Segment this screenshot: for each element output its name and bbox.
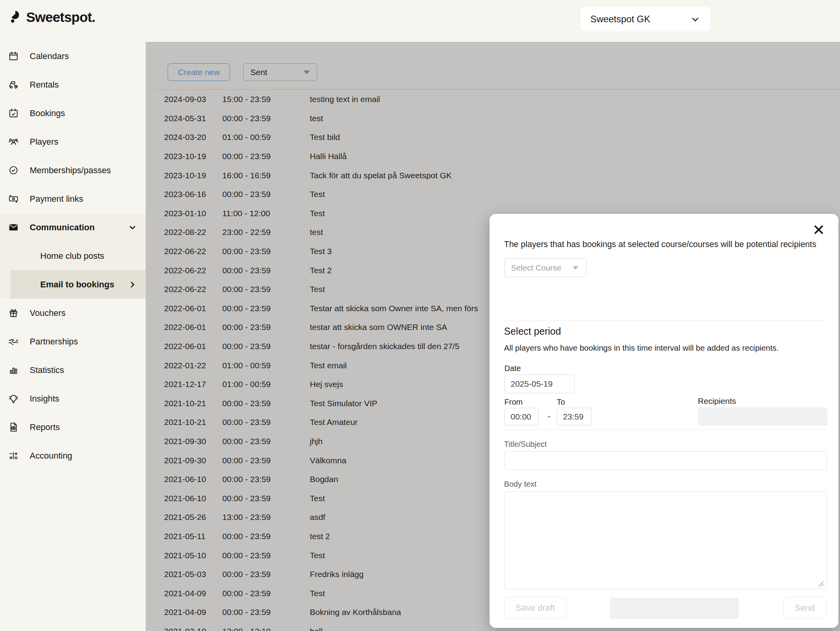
sidebar-item-label: Insights — [30, 394, 138, 404]
sidebar-item-vouchers[interactable]: Vouchers — [0, 299, 146, 327]
recipients-label: Recipients — [698, 396, 736, 406]
email-subject: Test bild — [310, 133, 840, 142]
chevron-right-icon — [127, 280, 138, 290]
handshake-icon — [8, 336, 19, 347]
email-time: 00:00 - 23:59 — [222, 266, 310, 275]
email-subject: testing text in email — [310, 95, 840, 104]
sidebar-item-communication[interactable]: Communication — [0, 213, 146, 242]
from-time-input[interactable] — [504, 408, 539, 425]
email-time: 13:00 - 23:59 — [222, 513, 310, 522]
golf-cart-icon — [8, 79, 19, 90]
chevron-down-icon — [690, 14, 701, 25]
date-input[interactable] — [504, 375, 575, 393]
sidebar-item-label: Payment links — [30, 194, 138, 204]
email-subject: Test — [310, 190, 840, 199]
email-date: 2021-09-30 — [164, 456, 222, 465]
lightbulb-icon — [8, 393, 19, 404]
email-date: 2021-04-09 — [164, 589, 222, 598]
email-row[interactable]: 2023-10-1916:00 - 16:59Tack för att du s… — [154, 166, 840, 185]
sidebar-item-payment-links[interactable]: Payment links — [0, 185, 146, 213]
sidebar-item-reports[interactable]: Reports — [0, 413, 146, 441]
calculator-icon — [8, 450, 19, 461]
create-new-button[interactable]: Create new — [168, 63, 230, 81]
email-date: 2021-05-03 — [164, 570, 222, 579]
recipients-field — [698, 407, 827, 426]
modal-intro-text: The players that has bookings at selecte… — [504, 240, 817, 249]
close-button[interactable] — [811, 223, 826, 237]
email-time: 00:00 - 23:59 — [222, 608, 310, 617]
email-time: 01:00 - 00:59 — [222, 361, 310, 370]
sidebar-item-email-to-bookings[interactable]: Email to bookings — [11, 270, 146, 299]
email-date: 2021-05-26 — [164, 513, 222, 522]
body-textarea[interactable] — [504, 491, 827, 589]
sidebar-item-calendars[interactable]: Calendars — [0, 42, 146, 70]
email-time: 00:00 - 23:59 — [222, 304, 310, 313]
sidebar-item-statistics[interactable]: Statistics — [0, 356, 146, 384]
email-date: 2022-06-01 — [164, 342, 222, 351]
email-row[interactable]: 2024-09-0315:00 - 23:59testing text in e… — [154, 90, 840, 109]
brand-logo-text: Sweetspot. — [26, 9, 95, 25]
email-date: 2021-03-10 — [164, 627, 222, 631]
calendar-check-icon — [8, 108, 19, 119]
email-time: 01:00 - 00:59 — [222, 380, 310, 389]
email-date: 2022-06-22 — [164, 285, 222, 294]
sidebar: CalendarsRentalsBookingsPlayersMembershi… — [0, 42, 146, 631]
sidebar-item-memberships-passes[interactable]: Memberships/passes — [0, 156, 146, 185]
email-date: 2024-05-31 — [164, 114, 222, 123]
status-filter-select[interactable]: Sent — [243, 63, 317, 81]
email-row[interactable]: 2024-03-2001:00 - 00:59Test bild — [154, 128, 840, 147]
email-time: 01:00 - 00:59 — [222, 133, 310, 142]
sidebar-item-label: Communication — [30, 222, 116, 233]
club-selector[interactable]: Sweetspot GK — [580, 7, 711, 32]
sidebar-item-label: Memberships/passes — [30, 165, 138, 176]
sidebar-item-rentals[interactable]: Rentals — [0, 70, 146, 99]
from-label: From — [504, 398, 523, 407]
sidebar-item-home-club-posts[interactable]: Home club posts — [11, 242, 146, 270]
email-time: 16:00 - 16:59 — [222, 171, 310, 180]
course-select[interactable]: Select Course — [504, 258, 586, 277]
email-time: 00:00 - 23:59 — [222, 323, 310, 332]
caret-down-icon — [573, 266, 578, 270]
email-row[interactable]: 2023-10-1900:00 - 23:59Halli Hallå — [154, 147, 840, 166]
caret-down-icon — [304, 70, 310, 74]
club-selector-value: Sweetspot GK — [590, 14, 690, 25]
save-draft-button[interactable]: Save draft — [504, 597, 566, 619]
sidebar-item-label: Calendars — [30, 51, 138, 61]
email-row[interactable]: 2024-05-3100:00 - 23:59test — [154, 109, 840, 128]
email-time: 00:00 - 23:59 — [222, 475, 310, 484]
sidebar-item-bookings[interactable]: Bookings — [0, 99, 146, 127]
email-date: 2023-01-10 — [164, 209, 222, 218]
email-time: 00:00 - 23:59 — [222, 152, 310, 161]
email-time: 00:00 - 23:59 — [222, 456, 310, 465]
sidebar-item-label: Players — [30, 137, 138, 147]
email-time: 00:00 - 23:59 — [222, 399, 310, 408]
email-subject: Tack för att du spelat på Sweetspot GK — [310, 171, 840, 180]
sidebar-item-players[interactable]: Players — [0, 127, 146, 156]
sidebar-item-partnerships[interactable]: Partnerships — [0, 327, 146, 356]
time-range-separator: - — [544, 408, 554, 425]
email-date: 2022-06-22 — [164, 266, 222, 275]
date-label: Date — [504, 364, 521, 373]
email-subject: test — [310, 114, 840, 123]
sidebar-item-accounting[interactable]: Accounting — [0, 441, 146, 470]
sidebar-item-label: Email to bookings — [40, 280, 127, 290]
payment-icon — [8, 194, 19, 204]
gift-icon — [8, 308, 19, 319]
body-text-label: Body text — [504, 480, 536, 489]
email-time: 00:00 - 23:59 — [222, 494, 310, 503]
email-date: 2022-06-01 — [164, 323, 222, 332]
to-time-input[interactable] — [557, 408, 592, 425]
sidebar-item-insights[interactable]: Insights — [0, 384, 146, 413]
sidebar-item-label: Bookings — [30, 108, 138, 118]
email-row[interactable]: 2023-06-1600:00 - 23:59Test — [154, 185, 840, 204]
email-date: 2022-06-22 — [164, 247, 222, 256]
email-date: 2021-09-30 — [164, 437, 222, 446]
status-filter-value: Sent — [250, 68, 267, 77]
email-time: 15:00 - 23:59 — [222, 95, 310, 104]
email-time: 00:00 - 23:59 — [222, 247, 310, 256]
email-date: 2023-10-19 — [164, 171, 222, 180]
email-date: 2021-04-09 — [164, 608, 222, 617]
email-time: 00:00 - 23:59 — [222, 285, 310, 294]
send-button[interactable]: Send — [783, 597, 826, 619]
title-subject-input[interactable] — [504, 451, 827, 470]
